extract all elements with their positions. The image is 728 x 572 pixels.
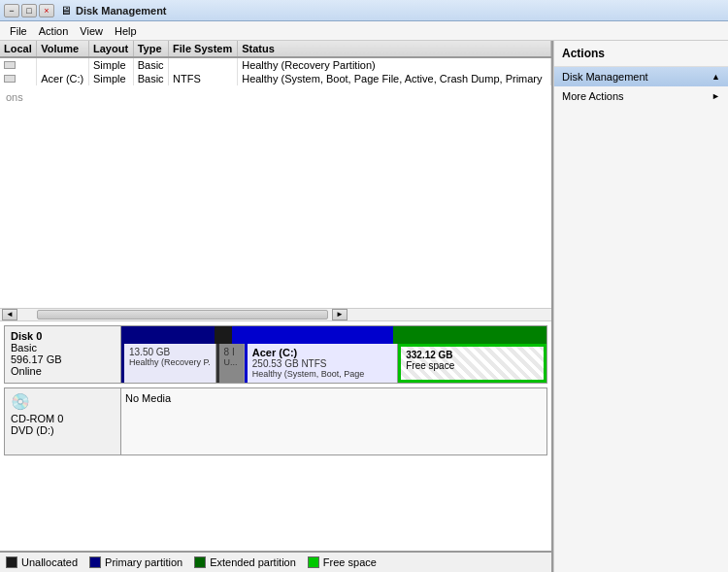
disk-0-status: Online [11, 365, 115, 377]
cell-local [0, 57, 37, 72]
window-controls: − □ × [4, 4, 54, 17]
cell-local [0, 72, 37, 85]
left-panel: Local Volume Layout Type File System Sta… [0, 41, 553, 572]
legend-unallocated: Unallocated [6, 556, 78, 568]
minimize-button[interactable]: − [4, 4, 19, 17]
actions-more-label: More Actions [562, 90, 624, 102]
legend-primary: Primary partition [89, 556, 182, 568]
legend-extended: Extended partition [194, 556, 296, 568]
partition-free-size: 332.12 GB [406, 350, 539, 360]
menu-action[interactable]: Action [33, 23, 75, 39]
legend-label-freespace: Free space [323, 556, 377, 568]
partition-status-2: U... [224, 357, 239, 367]
cell-layout: Simple [88, 57, 133, 72]
legend-label-extended: Extended partition [210, 556, 296, 568]
legend-color-extended [194, 556, 206, 568]
actions-header: Actions [554, 41, 728, 67]
col-status: Status [238, 41, 551, 57]
cdrom-name: CD-ROM 0 [11, 413, 115, 424]
actions-more[interactable]: More Actions ► [554, 86, 728, 106]
main-container: Local Volume Layout Type File System Sta… [0, 41, 728, 572]
cell-status: Healthy (Recovery Partition) [238, 57, 551, 72]
cdrom-status: No Media [125, 392, 543, 404]
title-bar: − □ × 🖥 Disk Management [0, 0, 728, 21]
partition-name-c: Acer (C:) [252, 347, 392, 358]
legend-label-primary: Primary partition [105, 556, 182, 568]
cdrom-row: 💿 CD-ROM 0 DVD (D:) No Media [4, 387, 547, 455]
partition-bar-primary1 [121, 326, 215, 344]
right-panel: Actions Disk Management ▲ More Actions ► [553, 41, 728, 572]
partition-cell-unalloc[interactable]: 8 I U... [216, 344, 245, 383]
cell-layout: Simple [88, 72, 133, 85]
table-row[interactable]: Simple Basic Healthy (Recovery Partition… [0, 57, 551, 72]
partition-size-2: 8 I [224, 347, 239, 357]
cdrom-icon: 💿 [11, 392, 115, 411]
menu-view[interactable]: View [74, 23, 109, 39]
partition-bar [121, 326, 546, 344]
menu-help[interactable]: Help [109, 23, 143, 39]
cell-volume: Acer (C:) [37, 72, 89, 85]
partition-cell-c[interactable]: Acer (C:) 250.53 GB NTFS Healthy (System… [245, 344, 398, 383]
disk-0-partitions: 13.50 GB Healthy (Recovery P. 8 I U... A… [121, 326, 546, 383]
partition-bar-primary2 [232, 326, 393, 344]
legend: Unallocated Primary partition Extended p… [0, 551, 551, 572]
disk-diagram: Disk 0 Basic 596.17 GB Online [0, 321, 551, 552]
col-volume: Volume [37, 41, 89, 57]
partition-bar-unalloc [215, 326, 232, 344]
side-label: ons [0, 85, 551, 109]
disk-row-0: Disk 0 Basic 596.17 GB Online [4, 325, 547, 384]
cell-type: Basic [133, 57, 168, 72]
legend-color-unallocated [6, 556, 17, 568]
partition-details: 13.50 GB Healthy (Recovery P. 8 I U... A… [121, 344, 546, 383]
partition-bar-free [393, 326, 546, 344]
cell-status: Healthy (System, Boot, Page File, Active… [238, 72, 551, 85]
disk-0-size: 596.17 GB [11, 353, 115, 365]
partition-size-c: 250.53 GB NTFS [252, 358, 392, 369]
actions-disk-arrow: ▲ [711, 72, 720, 82]
window-title: Disk Management [76, 5, 167, 17]
cdrom-info: 💿 CD-ROM 0 DVD (D:) [5, 388, 121, 454]
legend-label-unallocated: Unallocated [21, 556, 78, 568]
maximize-button[interactable]: □ [21, 4, 37, 17]
actions-more-arrow: ► [711, 91, 720, 101]
disk-0-info: Disk 0 Basic 596.17 GB Online [5, 326, 121, 383]
partition-status-c: Healthy (System, Boot, Page [252, 369, 392, 379]
scroll-left-button[interactable]: ◄ [2, 309, 17, 320]
actions-disk-management[interactable]: Disk Management ▲ [554, 67, 728, 86]
cell-filesystem: NTFS [169, 72, 238, 85]
cell-filesystem [169, 57, 238, 72]
col-local: Local [0, 41, 37, 57]
col-layout: Layout [88, 41, 133, 57]
partition-size: 13.50 GB [129, 347, 211, 357]
scroll-thumb[interactable] [37, 310, 328, 320]
close-button[interactable]: × [39, 4, 54, 17]
legend-color-primary [89, 556, 101, 568]
menu-bar: File Action View Help [0, 21, 728, 41]
scroll-right-button[interactable]: ► [332, 309, 347, 320]
disk-0-type: Basic [11, 342, 115, 353]
horizontal-scrollbar[interactable]: ◄ ► [0, 308, 551, 321]
cell-volume [37, 57, 89, 72]
title-bar-icon: 🖥 [60, 4, 72, 17]
cdrom-drive: DVD (D:) [11, 424, 115, 436]
legend-color-freespace [308, 556, 319, 568]
cdrom-main: No Media [121, 388, 546, 454]
col-type: Type [133, 41, 168, 57]
menu-file[interactable]: File [4, 23, 33, 39]
legend-freespace: Free space [308, 556, 377, 568]
actions-disk-label: Disk Management [562, 71, 648, 83]
table-row[interactable]: Acer (C:) Simple Basic NTFS Healthy (Sys… [0, 72, 551, 85]
partition-status: Healthy (Recovery P. [129, 357, 211, 367]
disk-0-name: Disk 0 [11, 330, 115, 342]
partition-cell-free[interactable]: 332.12 GB Free space [398, 344, 546, 383]
partition-free-label: Free space [406, 360, 539, 371]
disk-table: Local Volume Layout Type File System Sta… [0, 41, 551, 85]
col-filesystem: File System [169, 41, 238, 57]
partition-cell-recovery[interactable]: 13.50 GB Healthy (Recovery P. [121, 344, 216, 383]
cell-type: Basic [133, 72, 168, 85]
empty-area: ons [0, 85, 551, 308]
